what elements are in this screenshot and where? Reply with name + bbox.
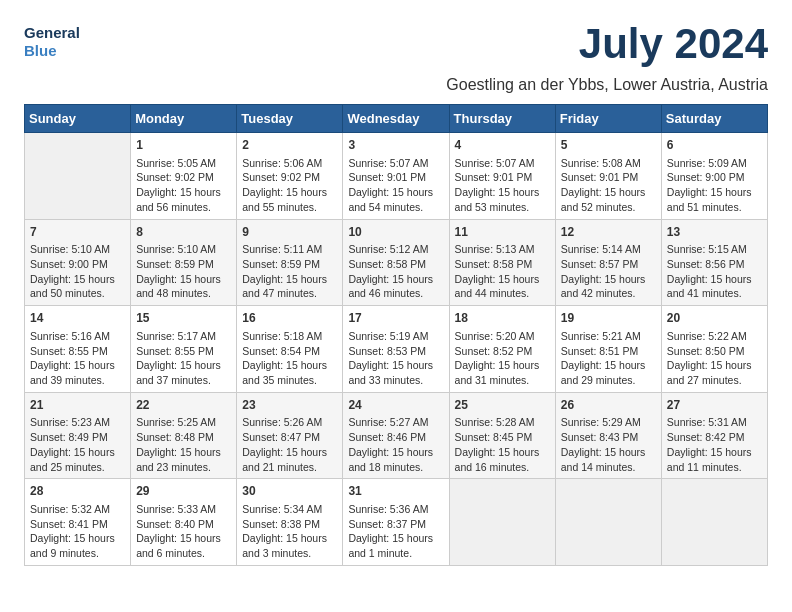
calendar-cell: 9Sunrise: 5:11 AM Sunset: 8:59 PM Daylig… [237, 219, 343, 306]
calendar-cell: 30Sunrise: 5:34 AM Sunset: 8:38 PM Dayli… [237, 479, 343, 566]
day-content: Sunrise: 5:36 AM Sunset: 8:37 PM Dayligh… [348, 502, 443, 561]
location-subtitle: Goestling an der Ybbs, Lower Austria, Au… [24, 76, 768, 94]
day-content: Sunrise: 5:10 AM Sunset: 9:00 PM Dayligh… [30, 242, 125, 301]
day-number: 5 [561, 137, 656, 154]
day-content: Sunrise: 5:28 AM Sunset: 8:45 PM Dayligh… [455, 415, 550, 474]
logo-svg: General Blue [24, 20, 104, 64]
calendar-cell: 5Sunrise: 5:08 AM Sunset: 9:01 PM Daylig… [555, 133, 661, 220]
day-content: Sunrise: 5:31 AM Sunset: 8:42 PM Dayligh… [667, 415, 762, 474]
day-number: 25 [455, 397, 550, 414]
day-number: 23 [242, 397, 337, 414]
calendar-cell: 11Sunrise: 5:13 AM Sunset: 8:58 PM Dayli… [449, 219, 555, 306]
svg-text:General: General [24, 24, 80, 41]
day-number: 18 [455, 310, 550, 327]
calendar-cell [25, 133, 131, 220]
weekday-header-thursday: Thursday [449, 105, 555, 133]
day-number: 20 [667, 310, 762, 327]
calendar-cell: 26Sunrise: 5:29 AM Sunset: 8:43 PM Dayli… [555, 392, 661, 479]
day-number: 29 [136, 483, 231, 500]
day-number: 15 [136, 310, 231, 327]
calendar-cell: 22Sunrise: 5:25 AM Sunset: 8:48 PM Dayli… [131, 392, 237, 479]
day-number: 10 [348, 224, 443, 241]
calendar-cell: 8Sunrise: 5:10 AM Sunset: 8:59 PM Daylig… [131, 219, 237, 306]
weekday-header-wednesday: Wednesday [343, 105, 449, 133]
calendar-cell: 7Sunrise: 5:10 AM Sunset: 9:00 PM Daylig… [25, 219, 131, 306]
calendar-cell: 14Sunrise: 5:16 AM Sunset: 8:55 PM Dayli… [25, 306, 131, 393]
day-content: Sunrise: 5:08 AM Sunset: 9:01 PM Dayligh… [561, 156, 656, 215]
day-content: Sunrise: 5:16 AM Sunset: 8:55 PM Dayligh… [30, 329, 125, 388]
day-number: 24 [348, 397, 443, 414]
day-number: 7 [30, 224, 125, 241]
day-content: Sunrise: 5:06 AM Sunset: 9:02 PM Dayligh… [242, 156, 337, 215]
day-number: 6 [667, 137, 762, 154]
day-content: Sunrise: 5:29 AM Sunset: 8:43 PM Dayligh… [561, 415, 656, 474]
day-number: 26 [561, 397, 656, 414]
calendar-cell [555, 479, 661, 566]
calendar-cell: 23Sunrise: 5:26 AM Sunset: 8:47 PM Dayli… [237, 392, 343, 479]
day-number: 4 [455, 137, 550, 154]
day-number: 2 [242, 137, 337, 154]
calendar-cell: 31Sunrise: 5:36 AM Sunset: 8:37 PM Dayli… [343, 479, 449, 566]
day-content: Sunrise: 5:19 AM Sunset: 8:53 PM Dayligh… [348, 329, 443, 388]
calendar-cell: 19Sunrise: 5:21 AM Sunset: 8:51 PM Dayli… [555, 306, 661, 393]
weekday-header-monday: Monday [131, 105, 237, 133]
weekday-header-sunday: Sunday [25, 105, 131, 133]
day-content: Sunrise: 5:20 AM Sunset: 8:52 PM Dayligh… [455, 329, 550, 388]
day-number: 30 [242, 483, 337, 500]
day-number: 8 [136, 224, 231, 241]
day-number: 9 [242, 224, 337, 241]
calendar-cell: 2Sunrise: 5:06 AM Sunset: 9:02 PM Daylig… [237, 133, 343, 220]
day-content: Sunrise: 5:14 AM Sunset: 8:57 PM Dayligh… [561, 242, 656, 301]
day-number: 28 [30, 483, 125, 500]
day-content: Sunrise: 5:22 AM Sunset: 8:50 PM Dayligh… [667, 329, 762, 388]
weekday-header-friday: Friday [555, 105, 661, 133]
day-number: 14 [30, 310, 125, 327]
calendar-cell: 10Sunrise: 5:12 AM Sunset: 8:58 PM Dayli… [343, 219, 449, 306]
calendar-cell [661, 479, 767, 566]
day-content: Sunrise: 5:23 AM Sunset: 8:49 PM Dayligh… [30, 415, 125, 474]
day-number: 19 [561, 310, 656, 327]
weekday-header-tuesday: Tuesday [237, 105, 343, 133]
day-content: Sunrise: 5:25 AM Sunset: 8:48 PM Dayligh… [136, 415, 231, 474]
logo: General Blue [24, 20, 104, 64]
calendar-cell: 27Sunrise: 5:31 AM Sunset: 8:42 PM Dayli… [661, 392, 767, 479]
svg-text:Blue: Blue [24, 42, 57, 59]
month-year-title: July 2024 [579, 20, 768, 68]
svg-marker-3 [96, 30, 104, 38]
day-number: 31 [348, 483, 443, 500]
weekday-header-saturday: Saturday [661, 105, 767, 133]
calendar-cell: 6Sunrise: 5:09 AM Sunset: 9:00 PM Daylig… [661, 133, 767, 220]
calendar-cell: 21Sunrise: 5:23 AM Sunset: 8:49 PM Dayli… [25, 392, 131, 479]
calendar-cell: 20Sunrise: 5:22 AM Sunset: 8:50 PM Dayli… [661, 306, 767, 393]
day-number: 22 [136, 397, 231, 414]
calendar-cell: 1Sunrise: 5:05 AM Sunset: 9:02 PM Daylig… [131, 133, 237, 220]
calendar-cell: 15Sunrise: 5:17 AM Sunset: 8:55 PM Dayli… [131, 306, 237, 393]
day-number: 17 [348, 310, 443, 327]
day-number: 21 [30, 397, 125, 414]
calendar-cell: 4Sunrise: 5:07 AM Sunset: 9:01 PM Daylig… [449, 133, 555, 220]
day-content: Sunrise: 5:15 AM Sunset: 8:56 PM Dayligh… [667, 242, 762, 301]
day-number: 12 [561, 224, 656, 241]
day-content: Sunrise: 5:17 AM Sunset: 8:55 PM Dayligh… [136, 329, 231, 388]
day-number: 13 [667, 224, 762, 241]
day-number: 16 [242, 310, 337, 327]
day-content: Sunrise: 5:10 AM Sunset: 8:59 PM Dayligh… [136, 242, 231, 301]
calendar-table: SundayMondayTuesdayWednesdayThursdayFrid… [24, 104, 768, 566]
calendar-cell: 16Sunrise: 5:18 AM Sunset: 8:54 PM Dayli… [237, 306, 343, 393]
svg-marker-2 [96, 26, 104, 34]
calendar-cell: 13Sunrise: 5:15 AM Sunset: 8:56 PM Dayli… [661, 219, 767, 306]
day-content: Sunrise: 5:26 AM Sunset: 8:47 PM Dayligh… [242, 415, 337, 474]
calendar-cell: 12Sunrise: 5:14 AM Sunset: 8:57 PM Dayli… [555, 219, 661, 306]
calendar-cell: 28Sunrise: 5:32 AM Sunset: 8:41 PM Dayli… [25, 479, 131, 566]
day-content: Sunrise: 5:07 AM Sunset: 9:01 PM Dayligh… [455, 156, 550, 215]
day-content: Sunrise: 5:34 AM Sunset: 8:38 PM Dayligh… [242, 502, 337, 561]
calendar-cell: 24Sunrise: 5:27 AM Sunset: 8:46 PM Dayli… [343, 392, 449, 479]
calendar-cell: 3Sunrise: 5:07 AM Sunset: 9:01 PM Daylig… [343, 133, 449, 220]
day-number: 1 [136, 137, 231, 154]
day-number: 3 [348, 137, 443, 154]
day-content: Sunrise: 5:09 AM Sunset: 9:00 PM Dayligh… [667, 156, 762, 215]
day-content: Sunrise: 5:27 AM Sunset: 8:46 PM Dayligh… [348, 415, 443, 474]
day-content: Sunrise: 5:21 AM Sunset: 8:51 PM Dayligh… [561, 329, 656, 388]
day-content: Sunrise: 5:18 AM Sunset: 8:54 PM Dayligh… [242, 329, 337, 388]
day-number: 27 [667, 397, 762, 414]
